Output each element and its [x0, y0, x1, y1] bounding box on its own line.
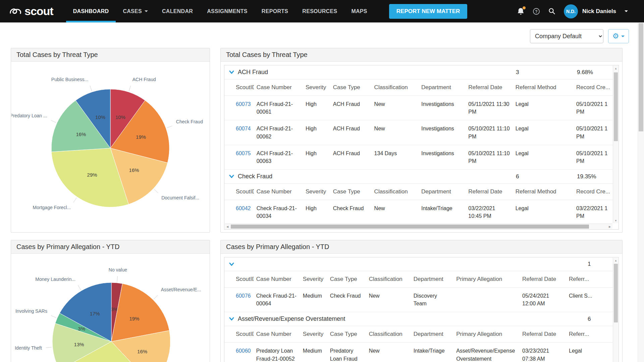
- user-menu-chevron-down-icon[interactable]: [625, 10, 628, 12]
- group-collapse-toggle[interactable]: [229, 70, 234, 74]
- scroll-right-arrow[interactable]: ▶: [607, 224, 612, 229]
- cell-referral-date: 05/10/2021 11:10 PM: [466, 145, 513, 169]
- column-header-case-number[interactable]: Case Number: [254, 184, 303, 200]
- page-scrollbar[interactable]: [638, 22, 644, 362]
- panel-title: Total Cases by Threat Type: [221, 48, 622, 62]
- column-header-department[interactable]: Department: [419, 184, 466, 200]
- column-header-severity[interactable]: Severity: [303, 79, 330, 96]
- cell-scoutid: 60060: [224, 343, 254, 362]
- group-collapse-toggle[interactable]: [229, 262, 234, 266]
- column-header-case-number[interactable]: Case Number: [254, 271, 300, 288]
- group-collapse-toggle[interactable]: [229, 317, 234, 321]
- column-header-department[interactable]: Department: [411, 326, 453, 343]
- avatar[interactable]: N.D.: [564, 4, 578, 18]
- column-header-record-cre[interactable]: Record Cre...: [574, 184, 613, 200]
- scoutid-link[interactable]: 60075: [236, 150, 251, 156]
- table-horizontal-scrollbar[interactable]: ◀ ▶: [225, 224, 612, 229]
- column-header-classification[interactable]: Classification: [366, 271, 411, 288]
- column-header-department[interactable]: Department: [411, 271, 453, 288]
- column-header-classification[interactable]: Classification: [366, 326, 411, 343]
- column-header-classification[interactable]: Classification: [372, 79, 419, 96]
- pie-label-line: [51, 315, 56, 318]
- page-scrollbar-thumb[interactable]: [639, 23, 643, 131]
- nav-item-calendar[interactable]: CALENDAR: [155, 0, 200, 22]
- column-header-referral-method[interactable]: Referral Method: [513, 184, 574, 200]
- column-header-primary-allegation[interactable]: Primary Allegation: [453, 271, 520, 288]
- nav-item-maps[interactable]: MAPS: [344, 0, 374, 22]
- column-header-scoutid[interactable]: ScoutID: [224, 184, 254, 200]
- scroll-down-arrow[interactable]: ▼: [613, 218, 619, 223]
- column-header-referral-method[interactable]: Referral Method: [513, 79, 574, 96]
- scoutid-link[interactable]: 60060: [236, 348, 251, 354]
- notifications-button[interactable]: [517, 7, 524, 15]
- scroll-up-arrow[interactable]: ▲: [613, 66, 619, 71]
- report-new-matter-button[interactable]: REPORT NEW MATTER: [389, 4, 468, 19]
- column-header-primary-allegation[interactable]: Primary Allegation: [453, 326, 520, 343]
- table-vertical-scrollbar[interactable]: ▲ ▼: [613, 66, 618, 223]
- cell-referral-method: Legal: [513, 96, 574, 120]
- cell-scoutid: 60076: [224, 288, 254, 312]
- nav-item-cases[interactable]: CASES: [116, 0, 155, 22]
- column-header-scoutid[interactable]: ScoutID: [224, 326, 254, 343]
- column-header-severity[interactable]: Severity: [303, 184, 330, 200]
- column-header-classification[interactable]: Classification: [372, 184, 419, 200]
- group-collapse-toggle[interactable]: [229, 175, 234, 178]
- cell-classification: 134 Days: [372, 145, 419, 169]
- cell-primary-allegation: Asset/Revenue/Expense Overstatement: [453, 343, 520, 362]
- scoutid-link[interactable]: 60042: [236, 205, 251, 211]
- pie-slice-label: No value: [109, 267, 127, 273]
- scroll-up-arrow[interactable]: ▲: [613, 258, 619, 263]
- column-header-case-type[interactable]: Case Type: [330, 79, 372, 96]
- column-header-case-type[interactable]: Case Type: [327, 326, 366, 343]
- scoutid-link[interactable]: 60076: [236, 293, 251, 299]
- column-header-case-number[interactable]: Case Number: [254, 326, 300, 343]
- help-button[interactable]: ?: [533, 8, 540, 15]
- column-header-referral-date[interactable]: Referral Date: [520, 326, 566, 343]
- vertical-scroll-thumb[interactable]: [614, 264, 618, 322]
- user-name[interactable]: Nick Daniels: [582, 8, 616, 15]
- scoutid-link[interactable]: 60074: [236, 126, 251, 131]
- nav-item-label: ASSIGNMENTS: [207, 8, 248, 14]
- nav-item-assignments[interactable]: ASSIGNMENTS: [200, 0, 255, 22]
- column-header-referral-date[interactable]: Referral Date: [466, 79, 513, 96]
- column-header-department[interactable]: Department: [419, 79, 466, 96]
- nav-item-reports[interactable]: REPORTS: [255, 0, 295, 22]
- column-header-case-number[interactable]: Case Number: [254, 79, 303, 96]
- cell-severity: Medium: [300, 343, 327, 362]
- column-header-scoutid[interactable]: ScoutID: [224, 271, 254, 288]
- brand[interactable]: scout: [9, 0, 53, 22]
- column-header-case-type[interactable]: Case Type: [330, 184, 372, 200]
- column-header-referr[interactable]: Referr...: [566, 271, 613, 288]
- scroll-left-arrow[interactable]: ◀: [225, 224, 230, 229]
- nav-item-resources[interactable]: RESOURCES: [295, 0, 344, 22]
- cell-primary-allegation: [453, 288, 520, 312]
- view-select[interactable]: Company Default: [530, 29, 603, 43]
- cell-referral-date: 03/23/2021 07:38 AM: [520, 343, 566, 362]
- pie-slice-label: Money Launderin...: [35, 277, 75, 282]
- column-header-severity[interactable]: Severity: [300, 326, 327, 343]
- column-header-referr[interactable]: Referr...: [566, 326, 613, 343]
- column-header-scoutid[interactable]: ScoutID: [224, 79, 254, 96]
- pie-percent-label: 29%: [87, 172, 97, 178]
- column-header-referral-date[interactable]: Referral Date: [520, 271, 566, 288]
- column-header-severity[interactable]: Severity: [300, 271, 327, 288]
- pie-slice-label: Mortgage Forecl...: [33, 205, 71, 210]
- search-button[interactable]: [548, 8, 555, 15]
- column-header-referral-date[interactable]: Referral Date: [466, 184, 513, 200]
- scoutid-link[interactable]: 60073: [236, 101, 251, 107]
- table-vertical-scrollbar[interactable]: ▲ ▼: [613, 258, 618, 362]
- horizontal-scroll-thumb[interactable]: [231, 225, 589, 229]
- pie-slice-label: Document Falsif...: [161, 195, 199, 200]
- chevron-down-icon: [229, 317, 234, 321]
- dashboard-settings-button[interactable]: ⚙: [608, 29, 629, 43]
- vertical-scroll-thumb[interactable]: [614, 72, 618, 141]
- cell-record-cre: 03/22/2021 1 PM: [574, 200, 613, 225]
- pie-label-line: [78, 285, 81, 290]
- cell-case-type: Check Fraud: [327, 288, 366, 312]
- nav-item-dashboard[interactable]: DASHBOARD: [66, 0, 116, 22]
- column-header-case-type[interactable]: Case Type: [327, 271, 366, 288]
- column-header-record-cre[interactable]: Record Cre...: [574, 79, 613, 96]
- cell-department: Intake/Triage: [419, 200, 466, 225]
- chevron-down-icon: [229, 262, 234, 266]
- group-name: Asset/Revenue/Expense Overstatement: [238, 315, 584, 322]
